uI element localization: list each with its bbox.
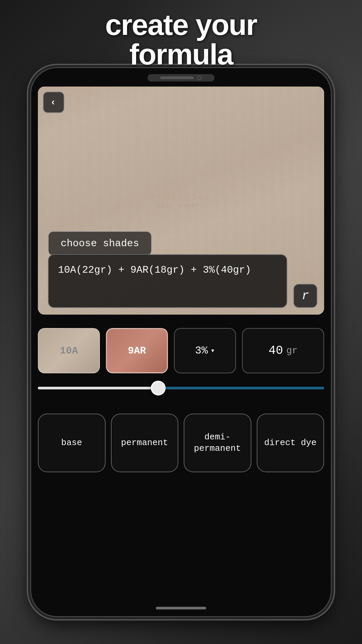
title-line1: create your bbox=[0, 10, 362, 40]
direct-dye-type-button[interactable]: direct dye bbox=[257, 414, 324, 472]
formula-box: 10A(22gr) + 9AR(18gr) + 3%(40gr) bbox=[48, 254, 287, 308]
watermark-brand: stellslok bbox=[149, 192, 212, 203]
shade-9ar-label: 9AR bbox=[128, 345, 146, 357]
permanent-type-button[interactable]: permanent bbox=[111, 414, 179, 472]
slider-thumb[interactable] bbox=[151, 381, 166, 395]
phone-content: stellslok hair expert ‹ choose shades 10… bbox=[31, 68, 331, 616]
phone-notch bbox=[147, 74, 215, 82]
slider-container[interactable] bbox=[38, 387, 324, 389]
type-buttons-row: base permanent demi-permanent direct dye bbox=[38, 414, 324, 472]
notch-camera bbox=[197, 75, 202, 80]
hair-image-area: stellslok hair expert ‹ choose shades 10… bbox=[38, 87, 324, 315]
permanent-type-label: permanent bbox=[121, 437, 168, 449]
phone-frame: stellslok hair expert ‹ choose shades 10… bbox=[30, 67, 332, 617]
shade-percent-dropdown-icon: ▾ bbox=[210, 346, 215, 355]
r-badge[interactable]: r bbox=[293, 284, 317, 308]
notch-bar bbox=[160, 76, 194, 79]
shade-10a-swatch[interactable]: 10A bbox=[38, 328, 100, 373]
direct-dye-type-label: direct dye bbox=[264, 437, 316, 449]
demi-permanent-type-label: demi-permanent bbox=[188, 432, 247, 454]
shades-row: 10A 9AR 3% ▾ 40 gr bbox=[38, 328, 324, 373]
choose-shades-button[interactable]: choose shades bbox=[48, 231, 152, 256]
slider-fill bbox=[38, 387, 158, 389]
page-title: create your formula bbox=[0, 10, 362, 69]
shade-percent-label: 3% bbox=[195, 344, 208, 357]
base-type-button[interactable]: base bbox=[38, 414, 106, 472]
shade-9ar-swatch[interactable]: 9AR bbox=[106, 328, 168, 373]
shade-gr-unit: gr bbox=[286, 345, 298, 356]
watermark-sub: hair expert bbox=[149, 203, 212, 209]
home-indicator bbox=[156, 607, 206, 609]
base-type-label: base bbox=[61, 437, 82, 449]
shade-10a-label: 10A bbox=[60, 345, 78, 357]
back-button[interactable]: ‹ bbox=[43, 92, 64, 113]
title-line2: formula bbox=[0, 40, 362, 69]
back-chevron-icon: ‹ bbox=[50, 97, 56, 108]
shade-gr-input[interactable]: 40 gr bbox=[242, 328, 324, 373]
slider-track bbox=[38, 387, 324, 389]
hair-watermark: stellslok hair expert bbox=[149, 192, 212, 209]
choose-shades-label: choose shades bbox=[61, 238, 139, 249]
shade-gr-value: 40 bbox=[268, 344, 283, 358]
r-badge-label: r bbox=[302, 289, 309, 303]
formula-text: 10A(22gr) + 9AR(18gr) + 3%(40gr) bbox=[58, 264, 251, 276]
shade-percent-selector[interactable]: 3% ▾ bbox=[174, 328, 236, 373]
demi-permanent-type-button[interactable]: demi-permanent bbox=[184, 414, 251, 472]
